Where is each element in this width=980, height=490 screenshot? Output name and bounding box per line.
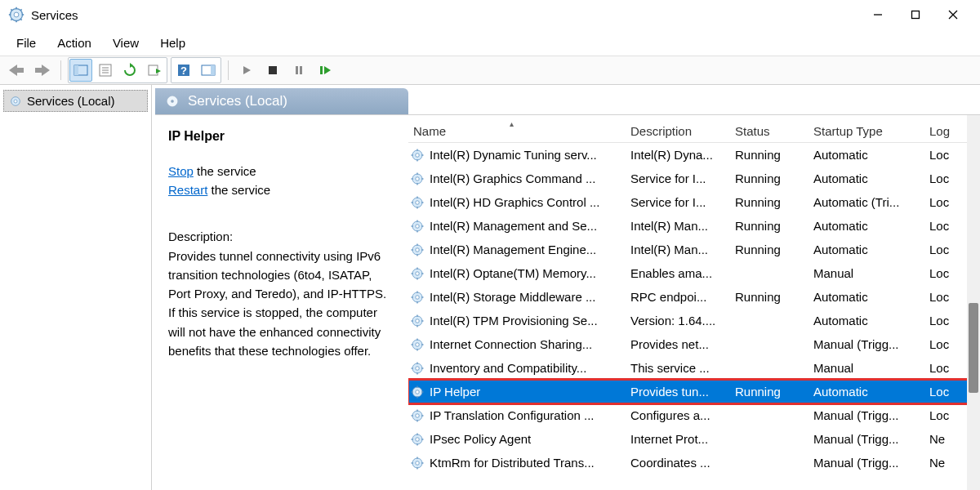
service-startup-type: Manual	[813, 361, 929, 375]
stop-service-link[interactable]: Stop	[168, 164, 194, 178]
service-startup-type: Automatic	[813, 314, 929, 327]
service-description: Provides tun...	[630, 385, 735, 399]
service-startup-type: Automatic	[813, 290, 929, 304]
menu-help[interactable]: Help	[150, 33, 195, 53]
svg-point-106	[416, 413, 420, 417]
close-button[interactable]	[934, 2, 972, 28]
service-description: Internet Prot...	[630, 432, 735, 446]
service-description: Intel(R) Man...	[630, 243, 735, 256]
tree-item-label: Services (Local)	[27, 94, 115, 108]
service-name: Intel(R) Graphics Command ...	[430, 172, 595, 185]
service-startup-type: Automatic (Tri...	[813, 195, 929, 209]
service-startup-type: Manual (Trigg...	[813, 456, 929, 470]
menu-action[interactable]: Action	[47, 33, 101, 53]
content-pane: Services (Local) IP Helper Stop the serv…	[152, 85, 980, 490]
service-description: Version: 1.64....	[630, 314, 735, 327]
gear-icon	[410, 361, 425, 376]
menu-view[interactable]: View	[103, 33, 149, 53]
service-name: Intel(R) Management Engine...	[430, 243, 596, 256]
gear-icon	[410, 408, 425, 423]
svg-point-112	[416, 437, 420, 441]
restart-service-line: Restart the service	[168, 180, 395, 199]
service-status: Running	[735, 385, 813, 399]
gear-icon	[410, 266, 425, 281]
service-startup-type: Automatic	[813, 385, 929, 399]
svg-marker-24	[156, 69, 161, 74]
tree-item-services-local[interactable]: Services (Local)	[3, 90, 148, 112]
service-row[interactable]: Intel(R) Storage Middleware ...RPC endpo…	[408, 285, 980, 309]
service-startup-type: Automatic	[813, 243, 929, 256]
toolbar: ?	[0, 56, 980, 85]
services-app-icon	[8, 7, 24, 23]
start-service-button[interactable]	[235, 59, 258, 82]
stop-service-button[interactable]	[261, 59, 284, 82]
vertical-scrollbar[interactable]	[967, 115, 980, 490]
service-startup-type: Manual (Trigg...	[813, 432, 929, 446]
gear-icon	[410, 432, 425, 447]
service-row[interactable]: Intel(R) Graphics Command ...Service for…	[408, 167, 980, 190]
svg-point-88	[416, 342, 420, 346]
content-header-tab: Services (Local)	[155, 88, 408, 114]
service-startup-type: Automatic	[813, 219, 929, 233]
col-header-startup[interactable]: Startup Type	[813, 124, 929, 138]
show-hide-tree-button[interactable]	[69, 59, 92, 82]
gear-icon	[410, 219, 425, 234]
svg-point-46	[416, 176, 420, 180]
nav-forward-button[interactable]	[31, 59, 54, 82]
svg-point-40	[416, 153, 420, 157]
service-row[interactable]: Intel(R) HD Graphics Control ...Service …	[408, 190, 980, 214]
service-name: KtmRm for Distributed Trans...	[430, 456, 595, 470]
service-row[interactable]: Intel(R) Dynamic Tuning serv...Intel(R) …	[408, 143, 980, 167]
scrollbar-thumb[interactable]	[969, 303, 978, 393]
minimize-button[interactable]	[859, 2, 897, 28]
svg-rect-33	[320, 66, 323, 74]
service-row[interactable]: IPsec Policy AgentInternet Prot...Manual…	[408, 427, 980, 451]
description-text: Provides tunnel connectivity using IPv6 …	[168, 247, 395, 361]
service-row[interactable]: Inventory and Compatibility...This servi…	[408, 356, 980, 380]
gear-icon	[410, 337, 425, 352]
nav-back-button[interactable]	[5, 59, 28, 82]
service-row[interactable]: Intel(R) TPM Provisioning Se...Version: …	[408, 309, 980, 332]
service-row[interactable]: Intel(R) Management Engine...Intel(R) Ma…	[408, 238, 980, 261]
maximize-button[interactable]	[897, 2, 934, 28]
gear-icon	[410, 148, 425, 163]
svg-marker-14	[9, 65, 24, 76]
menu-file[interactable]: File	[7, 33, 46, 53]
service-row[interactable]: Intel(R) Optane(TM) Memory...Enables ama…	[408, 261, 980, 285]
stop-service-line: Stop the service	[168, 162, 395, 180]
restart-service-button[interactable]	[314, 59, 336, 82]
title-bar: Services	[0, 0, 980, 29]
gear-icon	[410, 314, 425, 328]
svg-point-58	[416, 224, 420, 228]
svg-marker-15	[35, 65, 50, 76]
export-list-button[interactable]	[143, 59, 166, 82]
service-row[interactable]: IP HelperProvides tun...RunningAutomatic…	[408, 380, 980, 403]
col-header-description[interactable]: Description	[630, 124, 735, 138]
svg-rect-32	[300, 66, 302, 74]
svg-point-64	[416, 247, 420, 252]
service-description: Intel(R) Man...	[630, 219, 735, 233]
help-button[interactable]: ?	[172, 59, 195, 82]
refresh-button[interactable]	[118, 59, 141, 82]
svg-point-1	[14, 12, 19, 17]
svg-rect-11	[912, 11, 920, 19]
service-row[interactable]: Intel(R) Management and Se...Intel(R) Ma…	[408, 214, 980, 238]
service-description: Service for I...	[630, 195, 735, 209]
gear-icon	[165, 94, 180, 109]
service-row[interactable]: Internet Connection Sharing...Provides n…	[408, 332, 980, 356]
properties-button[interactable]	[94, 59, 117, 82]
svg-rect-28	[211, 65, 215, 75]
svg-line-7	[20, 19, 22, 20]
service-status: Running	[735, 172, 813, 185]
svg-point-76	[416, 295, 420, 299]
col-header-status[interactable]: Status	[735, 124, 813, 138]
service-row[interactable]: KtmRm for Distributed Trans...Coordinate…	[408, 451, 980, 474]
service-row[interactable]: IP Translation Configuration ...Configur…	[408, 403, 980, 427]
show-hide-action-pane-button[interactable]	[197, 59, 220, 82]
service-description: Service for I...	[630, 172, 735, 185]
col-header-name[interactable]: ▴ Name	[408, 124, 630, 138]
selected-service-name: IP Helper	[168, 127, 395, 147]
restart-service-link[interactable]: Restart	[168, 183, 207, 197]
gear-icon	[410, 172, 425, 186]
pause-service-button[interactable]	[287, 59, 310, 82]
